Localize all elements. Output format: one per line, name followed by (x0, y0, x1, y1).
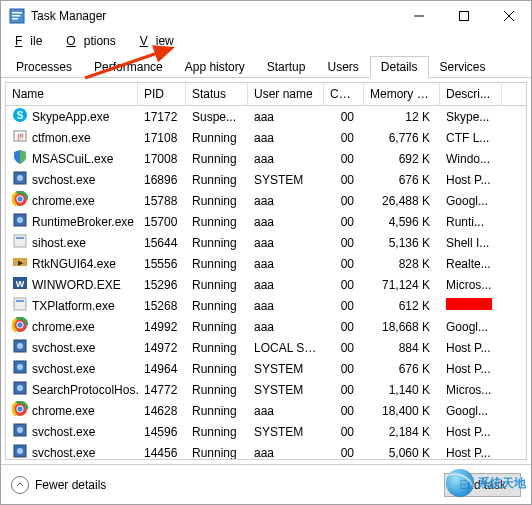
process-user: SYSTEM (248, 173, 324, 187)
process-row[interactable]: RuntimeBroker.exe15700Runningaaa004,596 … (6, 211, 526, 232)
close-button[interactable] (486, 1, 531, 31)
process-status: Running (186, 299, 248, 313)
process-user: aaa (248, 278, 324, 292)
process-status: Running (186, 257, 248, 271)
process-row[interactable]: chrome.exe14992Runningaaa0018,668 KGoogl… (6, 316, 526, 337)
process-pid: 14628 (138, 404, 186, 418)
process-memory: 18,400 K (364, 404, 440, 418)
process-cpu: 00 (324, 152, 364, 166)
process-status: Running (186, 215, 248, 229)
menu-options[interactable]: Options (58, 34, 131, 48)
task-manager-window: Task Manager File Options View Processes… (0, 0, 532, 505)
fewer-details-label: Fewer details (35, 478, 106, 492)
process-status: Running (186, 152, 248, 166)
process-icon (12, 422, 28, 441)
process-row[interactable]: svchost.exe16896RunningSYSTEM00676 KHost… (6, 169, 526, 190)
svg-point-31 (17, 322, 23, 328)
col-name[interactable]: Name (6, 83, 138, 105)
tab-performance[interactable]: Performance (83, 56, 174, 78)
process-name: svchost.exe (32, 173, 95, 187)
process-status: Running (186, 425, 248, 439)
globe-icon (446, 469, 474, 497)
process-pid: 14992 (138, 320, 186, 334)
process-description: Host P... (440, 173, 502, 187)
process-user: aaa (248, 257, 324, 271)
tab-app-history[interactable]: App history (174, 56, 256, 78)
process-icon (12, 401, 28, 420)
process-icon (12, 233, 28, 252)
col-user[interactable]: User name (248, 83, 324, 105)
tab-services[interactable]: Services (429, 56, 497, 78)
process-list[interactable]: SSkypeApp.exe17172Suspe...aaa0012 KSkype… (5, 106, 527, 460)
content-area: Name PID Status User name CPU Memory (p.… (1, 78, 531, 464)
process-icon (12, 170, 28, 189)
tab-processes[interactable]: Processes (5, 56, 83, 78)
process-row[interactable]: WWINWORD.EXE15296Runningaaa0071,124 KMic… (6, 274, 526, 295)
fewer-details-button[interactable]: Fewer details (11, 476, 106, 494)
process-name: svchost.exe (32, 425, 95, 439)
process-status: Running (186, 320, 248, 334)
process-description: Shell I... (440, 236, 502, 250)
process-icon (12, 359, 28, 378)
process-description: Googl... (440, 404, 502, 418)
menu-view[interactable]: View (132, 34, 190, 48)
process-name: chrome.exe (32, 194, 95, 208)
svg-point-43 (17, 427, 23, 433)
process-description: Skype... (440, 110, 502, 124)
process-memory: 884 K (364, 341, 440, 355)
svg-rect-20 (14, 235, 26, 247)
process-pid: 15788 (138, 194, 186, 208)
process-pid: 17172 (138, 110, 186, 124)
process-row[interactable]: sihost.exe15644Runningaaa005,136 KShell … (6, 232, 526, 253)
process-icon (12, 212, 28, 231)
process-memory: 26,488 K (364, 194, 440, 208)
process-memory: 5,136 K (364, 236, 440, 250)
process-cpu: 00 (324, 215, 364, 229)
minimize-button[interactable] (396, 1, 441, 31)
process-name: SkypeApp.exe (32, 110, 109, 124)
process-row[interactable]: chrome.exe14628Runningaaa0018,400 KGoogl… (6, 400, 526, 421)
process-status: Running (186, 404, 248, 418)
process-memory: 612 K (364, 299, 440, 313)
process-row[interactable]: ▶RtkNGUI64.exe15556Runningaaa00828 KReal… (6, 253, 526, 274)
maximize-button[interactable] (441, 1, 486, 31)
tab-users[interactable]: Users (316, 56, 369, 78)
process-icon (12, 296, 28, 315)
process-cpu: 00 (324, 278, 364, 292)
column-headers: Name PID Status User name CPU Memory (p.… (5, 82, 527, 106)
col-pid[interactable]: PID (138, 83, 186, 105)
menu-file[interactable]: File (7, 34, 58, 48)
col-status[interactable]: Status (186, 83, 248, 105)
svg-rect-2 (12, 15, 20, 17)
process-name: TXPlatform.exe (32, 299, 115, 313)
col-cpu[interactable]: CPU (324, 83, 364, 105)
window-title: Task Manager (31, 9, 396, 23)
svg-point-13 (17, 175, 23, 181)
tab-startup[interactable]: Startup (256, 56, 317, 78)
process-name: chrome.exe (32, 404, 95, 418)
process-row[interactable]: svchost.exe14456Runningaaa005,060 KHost … (6, 442, 526, 460)
process-row[interactable]: TXPlatform.exe15268Runningaaa00612 K (6, 295, 526, 316)
process-pid: 17108 (138, 131, 186, 145)
process-name: SearchProtocolHos... (32, 383, 138, 397)
process-description: Micros... (440, 383, 502, 397)
process-user: SYSTEM (248, 362, 324, 376)
process-row[interactable]: svchost.exe14972RunningLOCAL SE...00884 … (6, 337, 526, 358)
process-row[interactable]: svchost.exe14596RunningSYSTEM002,184 KHo… (6, 421, 526, 442)
process-status: Running (186, 131, 248, 145)
process-row[interactable]: chrome.exe15788Runningaaa0026,488 KGoogl… (6, 190, 526, 211)
process-status: Running (186, 446, 248, 460)
process-row[interactable]: MSASCuiL.exe17008Runningaaa00692 KWindo.… (6, 148, 526, 169)
process-row[interactable]: SSkypeApp.exe17172Suspe...aaa0012 KSkype… (6, 106, 526, 127)
tab-details[interactable]: Details (370, 56, 429, 78)
process-memory: 5,060 K (364, 446, 440, 460)
col-memory[interactable]: Memory (p... (364, 83, 440, 105)
process-row[interactable]: svchost.exe14964RunningSYSTEM00676 KHost… (6, 358, 526, 379)
process-pid: 15700 (138, 215, 186, 229)
process-row[interactable]: SearchProtocolHos...14772RunningSYSTEM00… (6, 379, 526, 400)
col-description[interactable]: Descri... (440, 83, 502, 105)
process-status: Running (186, 341, 248, 355)
svg-rect-26 (14, 298, 26, 310)
process-row[interactable]: 拼ctfmon.exe17108Runningaaa006,776 KCTF L… (6, 127, 526, 148)
process-memory: 6,776 K (364, 131, 440, 145)
